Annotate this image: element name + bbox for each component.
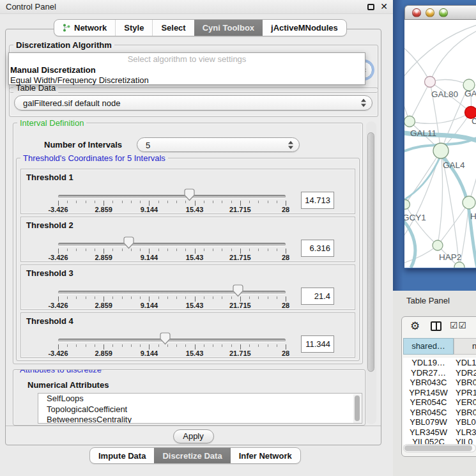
table-row[interactable]: YDR27…YDR2: [403, 368, 476, 378]
slider-tick: [185, 344, 186, 347]
network-node-gal11[interactable]: [404, 116, 415, 127]
network-node-hap2[interactable]: [433, 240, 443, 250]
slider-track[interactable]: [58, 291, 286, 294]
network-node-gal4[interactable]: [433, 143, 449, 158]
threshold-value-field[interactable]: 11.344: [301, 335, 334, 353]
scrollbar-thumb[interactable]: [404, 445, 472, 451]
table-row[interactable]: YDL19…YDL1: [403, 358, 476, 368]
table-hscrollbar[interactable]: [403, 444, 476, 452]
network-edge: [404, 45, 430, 82]
close-icon[interactable]: ✕: [380, 1, 388, 12]
network-node-gcy1[interactable]: [404, 200, 410, 210]
network-node-gal80[interactable]: [425, 77, 436, 88]
cell-name: YPR1: [454, 388, 476, 398]
slider-tick: [104, 344, 104, 349]
slider-handle[interactable]: [123, 236, 134, 249]
attributes-group: Attributes to discretize Numerical Attri…: [13, 369, 365, 426]
traffic-light-minimize-icon[interactable]: [426, 8, 434, 17]
tab-infer-network[interactable]: Infer Network: [231, 448, 300, 463]
scrollbar-thumb[interactable]: [367, 132, 374, 372]
tick-label: 21.715: [229, 302, 251, 309]
slider-tick: [195, 296, 196, 302]
apply-button[interactable]: Apply: [173, 429, 214, 443]
network-node-h[interactable]: [463, 196, 475, 209]
slider-tick: [240, 201, 241, 206]
list-item-topologicalcoefficient[interactable]: TopologicalCoefficient: [38, 404, 362, 415]
tab-impute-data[interactable]: Impute Data: [90, 448, 154, 463]
algorithm-option-equal-width-frequency-discretization[interactable]: Equal Width/Frequency Discretization: [9, 75, 365, 86]
slider-tick: [86, 344, 86, 347]
slider-track[interactable]: [58, 243, 286, 246]
tab-select[interactable]: Select: [152, 20, 194, 36]
slider-track[interactable]: [58, 339, 286, 342]
slider-tick: [112, 201, 113, 203]
tab-cyni-toolbox[interactable]: Cyni Toolbox: [194, 20, 263, 36]
tab-network[interactable]: Network: [54, 20, 115, 36]
slider-tick: [268, 249, 268, 251]
stepper-icon[interactable]: [288, 141, 293, 149]
table-row[interactable]: YBR045CYBR0: [403, 408, 476, 418]
cell-shared-name: YBL079W: [403, 417, 454, 427]
slider-tick: [204, 344, 204, 347]
algorithm-option-manual-discretization[interactable]: Manual Discretization: [9, 65, 365, 75]
slider-tick: [240, 296, 241, 302]
threshold-value-field[interactable]: 21.4: [301, 288, 334, 305]
slider-handle[interactable]: [160, 332, 171, 345]
float-window-icon[interactable]: [367, 4, 374, 10]
cell-shared-name: YDL19…: [403, 358, 454, 368]
list-item-betweennesscentrality[interactable]: BetweennessCentrality: [38, 415, 362, 424]
tab-style[interactable]: Style: [115, 20, 152, 36]
slider-tick: [140, 201, 141, 203]
table-row[interactable]: YPR145WYPR1: [403, 388, 476, 398]
column-header-1[interactable]: shared…: [403, 338, 454, 355]
stepper-icon[interactable]: [361, 99, 366, 107]
traffic-light-close-icon[interactable]: [412, 8, 421, 17]
slider-tick: [131, 296, 132, 299]
panel-scrollbar[interactable]: [366, 121, 376, 424]
column-header-2[interactable]: na: [454, 338, 476, 355]
slider-tick: [286, 201, 286, 206]
table-row[interactable]: YLR345WYLR3: [403, 427, 476, 438]
combobox-value: 5: [146, 141, 150, 150]
attributes-list[interactable]: SelfLoopsTopologicalCoefficientBetweenne…: [38, 393, 362, 424]
tab-discretize-data[interactable]: Discretize Data: [154, 448, 230, 463]
slider-tick: [149, 201, 150, 206]
tick-label: -3.426: [48, 302, 68, 309]
checkbox-icons[interactable]: ☑☑: [450, 320, 467, 330]
tab-jactivemnodules[interactable]: jActiveMNodules: [263, 20, 346, 36]
table-row[interactable]: YER054CYER0: [403, 397, 476, 408]
slider-handle[interactable]: [184, 188, 195, 201]
slider-tick: [67, 249, 68, 251]
slider-track[interactable]: [58, 195, 286, 198]
table-toolbar: ⚙ ☑☑: [402, 317, 476, 336]
slider-tick: [277, 344, 277, 347]
network-window-titlebar[interactable]: [404, 5, 476, 20]
slider-tick: [158, 296, 159, 299]
slider-tick: [140, 249, 141, 251]
traffic-light-zoom-icon[interactable]: [439, 8, 448, 17]
network-node-bottom[interactable]: [454, 262, 464, 268]
slider-tick: [249, 296, 250, 299]
columns-icon[interactable]: [431, 321, 441, 331]
network-canvas[interactable]: GAL80GACGAL11GAL4GCY1HHAP2: [404, 20, 476, 268]
gear-icon[interactable]: ⚙: [410, 319, 420, 333]
slider-tick: [222, 201, 222, 203]
slider-tick: [185, 249, 186, 251]
slider-tick: [112, 296, 113, 299]
slider-tick: [140, 296, 141, 299]
num-intervals-combobox[interactable]: 5: [137, 137, 300, 152]
node-label: H: [470, 211, 476, 221]
table-row[interactable]: YBR043CYBR0: [403, 378, 476, 388]
threshold-panel-2: Threshold 2-3.4262.8599.14415.4321.71528…: [20, 217, 355, 262]
threshold-value-field[interactable]: 6.316: [301, 240, 334, 257]
table-data-combobox[interactable]: galFiltered.sif default node: [14, 95, 372, 111]
slider-tick: [258, 296, 259, 299]
cell-name: YBR0: [454, 408, 476, 418]
network-edge: [410, 82, 430, 121]
threshold-value-field[interactable]: 14.713: [301, 192, 334, 209]
list-item-selfloops[interactable]: SelfLoops: [38, 394, 362, 404]
slider-ticks: [58, 296, 286, 302]
slider-handle[interactable]: [233, 284, 243, 297]
table-row[interactable]: YBL079WYBL0: [403, 417, 476, 427]
list-scrollbar[interactable]: [353, 394, 361, 424]
